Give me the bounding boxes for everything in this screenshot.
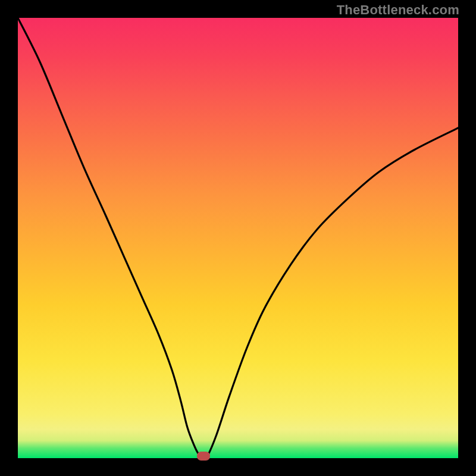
bottleneck-curve — [18, 18, 458, 458]
plot-area — [18, 18, 458, 458]
watermark-text: TheBottleneck.com — [337, 2, 459, 18]
chart-frame: TheBottleneck.com — [0, 0, 476, 476]
optimal-point-marker — [197, 452, 210, 461]
